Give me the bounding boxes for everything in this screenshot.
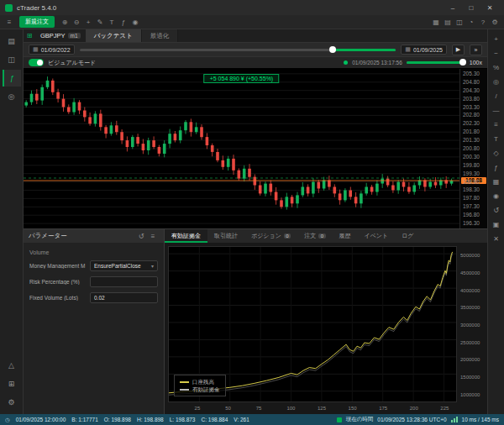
right-rail: +−%◎/—≡T◇ƒ▦◉↺▣✕ xyxy=(487,29,504,414)
new-order-button[interactable]: 新規注文 xyxy=(19,16,55,28)
settings-icon[interactable]: ⚙ xyxy=(489,17,501,28)
end-date-field[interactable]: ▦ 01/09/2025 xyxy=(401,45,447,55)
grid-icon[interactable]: ▦ xyxy=(490,175,503,189)
minimize-button[interactable]: – xyxy=(444,0,462,15)
play-button[interactable]: ▶ xyxy=(452,45,465,55)
zoom-in-icon[interactable]: + xyxy=(490,32,503,46)
panel-menu-icon[interactable]: ≡ xyxy=(147,231,159,242)
algo-icon[interactable]: ƒ xyxy=(3,70,21,87)
help-icon[interactable]: ? xyxy=(477,17,489,28)
legend-line-icon xyxy=(180,381,189,383)
zoom-in-icon[interactable]: ⊕ xyxy=(59,17,71,28)
legend-item: 口座残高 xyxy=(180,378,220,386)
param-risk-percentage-input[interactable] xyxy=(90,276,158,287)
legend-label: 口座残高 xyxy=(192,378,214,386)
tab-orders[interactable]: 注文0 xyxy=(297,229,332,243)
signal-bars-icon xyxy=(451,417,458,422)
equity-legend: 口座残高有効証拠金 xyxy=(174,375,226,396)
tab-optimization[interactable]: 最適化 xyxy=(142,29,179,42)
chevron-down-icon: ▾ xyxy=(151,263,154,269)
visual-mode-toggle[interactable] xyxy=(29,59,44,66)
candlestick-chart[interactable]: +5 054 890 ¥ (+50.55%) 198.88 205.30204.… xyxy=(24,69,487,228)
param-fixed-volume-input[interactable]: 0.02 xyxy=(90,292,158,303)
camera-icon[interactable]: ◉ xyxy=(490,189,503,203)
start-date-field[interactable]: ▦ 01/09/2022 xyxy=(29,45,75,55)
workspace-icon[interactable]: ◫ xyxy=(454,17,465,28)
price-axis-label: 198.30 xyxy=(463,186,480,192)
progress-knob[interactable] xyxy=(329,46,336,53)
crosshair-icon[interactable]: + xyxy=(82,17,94,28)
text-icon[interactable]: T xyxy=(106,17,118,28)
watchlist-icon[interactable]: ▤ xyxy=(3,33,21,50)
param-money-management-dropdown[interactable]: EnsurePartialClose▾ xyxy=(90,260,158,271)
charts-icon[interactable]: ◫ xyxy=(3,51,21,68)
layout-grid-icon[interactable]: ▦ xyxy=(430,17,442,28)
fibonacci-icon[interactable]: ≡ xyxy=(490,118,503,132)
fast-forward-button[interactable]: » xyxy=(470,45,482,55)
zoom-out-icon[interactable]: − xyxy=(490,46,503,60)
tab-events[interactable]: イベント xyxy=(358,229,396,243)
plugins-icon[interactable]: ⊞ xyxy=(3,375,21,392)
close-button[interactable]: ✕ xyxy=(480,0,499,15)
speed-knob[interactable] xyxy=(459,59,466,66)
speed-fill xyxy=(407,61,465,64)
settings-icon[interactable]: ⚙ xyxy=(3,394,21,411)
zoom-out-icon[interactable]: ⊖ xyxy=(71,17,82,28)
menu-icon[interactable]: ≡ xyxy=(3,17,15,28)
lock-icon[interactable]: ▣ xyxy=(490,218,503,232)
timeframe-badge[interactable]: m1 xyxy=(68,33,81,39)
tab-backtest[interactable]: バックテスト xyxy=(86,29,142,42)
equity-x-label: 175 xyxy=(379,406,387,411)
delete-icon[interactable]: ✕ xyxy=(490,232,503,246)
percent-icon[interactable]: % xyxy=(490,60,503,75)
search-icon[interactable]: ◎ xyxy=(3,88,21,105)
indicator-icon[interactable]: ƒ xyxy=(490,160,503,175)
param-money-management-value: EnsurePartialClose xyxy=(94,263,151,269)
backtest-progress-slider[interactable] xyxy=(80,49,396,51)
alerts-icon[interactable]: △ xyxy=(3,357,21,374)
indicator-icon[interactable]: ƒ xyxy=(118,17,129,28)
tab-statistics[interactable]: 取引統計 xyxy=(207,229,244,243)
tab-equity[interactable]: 有効証拠金 xyxy=(165,229,207,243)
price-axis-label: 202.80 xyxy=(463,112,480,118)
latency-value[interactable]: 10 ms / 145 ms xyxy=(462,417,499,422)
equity-x-label: 225 xyxy=(440,406,449,411)
refresh-icon[interactable]: ↺ xyxy=(135,231,147,242)
equity-x-label: 50 xyxy=(225,406,231,411)
tab-history[interactable]: 履歴 xyxy=(333,229,358,243)
param-fixed-volume-value: 0.02 xyxy=(94,295,154,301)
candlestick-svg[interactable] xyxy=(24,69,459,228)
equity-x-axis: 255075100125150175200225 xyxy=(168,405,457,413)
crosshair-icon[interactable]: ◎ xyxy=(490,75,503,89)
tab-positions[interactable]: ポジション0 xyxy=(244,229,297,243)
menubar-tools: ⊕⊖+✎Tƒ◉ xyxy=(59,17,141,28)
horizontal-line-icon[interactable]: — xyxy=(490,103,503,118)
current-time-value: 01/09/2025 13:28:36 UTC+0 xyxy=(377,417,446,422)
live-dot-icon xyxy=(344,60,348,65)
price-axis[interactable]: 198.88 205.30204.80204.30203.80203.30202… xyxy=(459,69,487,228)
app-logo-icon xyxy=(5,4,13,12)
shapes-icon[interactable]: ◇ xyxy=(490,146,503,160)
speed-slider[interactable] xyxy=(407,61,465,64)
status-item: C: 198.884 xyxy=(201,417,228,422)
symbol-chip[interactable]: GBPJPY m1 xyxy=(35,29,86,42)
panels-icon[interactable]: ▤ xyxy=(442,17,454,28)
parameters-title: パラメーター xyxy=(29,232,67,240)
price-axis-label: 204.30 xyxy=(463,87,480,93)
snapshot-icon[interactable]: ◉ xyxy=(129,17,141,28)
price-axis-label: 202.30 xyxy=(463,120,480,126)
equity-plot[interactable]: 口座残高有効証拠金 xyxy=(168,246,457,402)
equity-chart-area: 口座残高有効証拠金 500000045000004000000350000030… xyxy=(165,243,487,414)
tab-log[interactable]: ログ xyxy=(395,229,420,243)
undo-icon[interactable]: ↺ xyxy=(490,203,503,218)
new-chart-icon[interactable]: ⊞ xyxy=(24,29,35,42)
notifications-icon[interactable]: ◔ xyxy=(465,17,477,28)
maximize-button[interactable]: □ xyxy=(462,0,480,15)
trendline-icon[interactable]: / xyxy=(490,89,503,103)
text-tool-icon[interactable]: T xyxy=(490,132,503,146)
param-fixed-volume-label: Fixed Volume (Lots) xyxy=(29,295,87,301)
equity-y-label: 3500000 xyxy=(460,305,480,310)
price-axis-label: 199.30 xyxy=(463,171,480,176)
equity-y-label: 2500000 xyxy=(460,340,480,345)
draw-icon[interactable]: ✎ xyxy=(94,17,106,28)
